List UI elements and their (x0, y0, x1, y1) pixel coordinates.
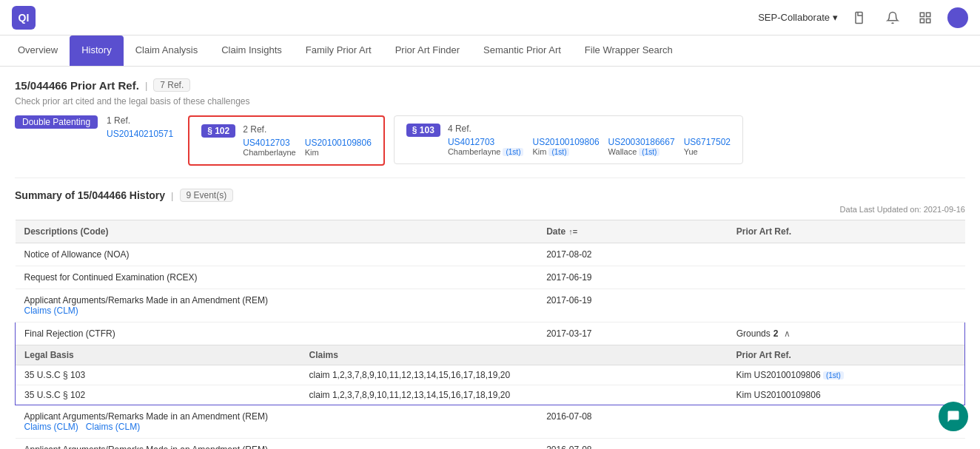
list-item: US20140210571 (107, 129, 173, 139)
fab-button[interactable] (939, 402, 968, 431)
svg-rect-4 (927, 18, 930, 22)
svg-rect-3 (920, 18, 924, 22)
tab-prior-art-finder[interactable]: Prior Art Finder (383, 36, 471, 66)
table-row: Request for Continued Examination (RCEX)… (16, 266, 965, 289)
tab-overview[interactable]: Overview (6, 36, 70, 66)
row-description: Notice of Allowance (NOA) (16, 243, 538, 266)
tab-history[interactable]: History (70, 36, 123, 66)
tab-semantic-prior-art[interactable]: Semantic Prior Art (471, 36, 573, 66)
chevron-down-icon: ▾ (833, 12, 838, 23)
row-description: Applicant Arguments/Remarks Made in an A… (16, 405, 538, 439)
list-item: US6717502 Yue (684, 137, 731, 156)
s103-ref-link-3[interactable]: US20030186667 (608, 137, 675, 147)
avatar[interactable] (947, 7, 968, 28)
grid-icon[interactable] (915, 7, 936, 28)
top-bar-right: SEP-Collaborate ▾ (758, 7, 968, 28)
row-prior-art (728, 439, 965, 450)
list-item: US4012703 Chamberlayne (1st) (448, 137, 524, 156)
s103-ref-info: 4 Ref. US4012703 Chamberlayne (1st) US20… (448, 124, 731, 156)
header-description: Descriptions (Code) (16, 220, 538, 243)
date-sort-btn[interactable]: Date ↑= (546, 226, 577, 237)
inner-claims: claim 1,2,3,7,8,9,10,11,12,13,14,15,16,1… (301, 385, 728, 405)
claims-clm-link-2[interactable]: Claims (CLM) (24, 422, 78, 432)
s103-ref-count: 4 Ref. (448, 124, 731, 134)
dp-ref-info: 1 Ref. US20140210571 (107, 115, 173, 139)
event-count-badge: 9 Event(s) (180, 189, 234, 202)
s102-ref-name-2: Kim (305, 148, 372, 157)
sort-icon: ↑= (568, 227, 577, 236)
account-switcher[interactable]: SEP-Collaborate ▾ (758, 12, 838, 23)
s102-ref-link-2[interactable]: US20100109806 (305, 138, 372, 148)
list-item: US20100109806 Kim (1st) (532, 137, 599, 156)
row-prior-art (728, 405, 965, 439)
s102-ref-links: US4012703 Chamberlayne US20100109806 Kim (243, 138, 372, 157)
ref-card-103: § 103 4 Ref. US4012703 Chamberlayne (1st… (394, 115, 743, 164)
s103-ref-link-4[interactable]: US6717502 (684, 137, 731, 147)
s103-ref-links: US4012703 Chamberlayne (1st) US201001098… (448, 137, 731, 156)
s102-ref-count: 2 Ref. (243, 124, 372, 135)
tab-claim-insights[interactable]: Claim Insights (209, 36, 294, 66)
dp-ref-link-1[interactable]: US20140210571 (107, 129, 173, 139)
header-date: Date ↑= (537, 220, 728, 243)
inner-legal-basis: 35 U.S.C § 103 (16, 365, 301, 385)
account-name: SEP-Collaborate (758, 12, 830, 23)
inner-prior-art: Kim US20100109806 (1st) (727, 365, 964, 385)
s102-ref-name-1: Chamberlayne (243, 148, 296, 157)
s103-ref-name-3: Wallace (1st) (608, 147, 675, 156)
row-description: Final Rejection (CTFR) (16, 323, 538, 345)
s103-badge: § 103 (406, 124, 440, 137)
claims-clm-link-1[interactable]: Claims (CLM) (24, 305, 78, 316)
inner-header-prior-art: Prior Art Ref. (727, 345, 964, 365)
tab-family-prior-art[interactable]: Family Prior Art (294, 36, 383, 66)
s103-ref-link-2[interactable]: US20100109806 (532, 137, 599, 147)
ref-card-double-patenting: Double Patenting 1 Ref. US20140210571 (15, 115, 173, 139)
table-row: Applicant Arguments/Remarks Made in an A… (16, 405, 965, 439)
table-row: Notice of Allowance (NOA) 2017-08-02 (16, 243, 965, 266)
s103-ref-name-1: Chamberlayne (1st) (448, 147, 524, 156)
summary-divider: | (171, 190, 173, 201)
s103-ref-link-1[interactable]: US4012703 (448, 137, 524, 147)
inner-claims: claim 1,2,3,7,8,9,10,11,12,13,14,15,16,1… (301, 365, 728, 385)
s102-ref-link-1[interactable]: US4012703 (243, 138, 296, 148)
ref-card-102: § 102 2 Ref. US4012703 Chamberlayne US20… (188, 115, 385, 166)
dp-ref-count: 1 Ref. (107, 115, 173, 126)
inner-table: Legal Basis Claims Prior Art Ref. 35 U.S… (16, 345, 964, 405)
row-description: Request for Continued Examination (RCEX) (16, 266, 538, 289)
data-updated: Data Last Updated on: 2021-09-16 (15, 205, 965, 214)
document-icon[interactable] (850, 7, 870, 28)
list-item: US20030186667 Wallace (1st) (608, 137, 675, 156)
nav-tabs: Overview History Claim Analysis Claim In… (0, 36, 980, 67)
row-description: Applicant Arguments/Remarks Made in an A… (16, 289, 538, 323)
claims-clm-link-3[interactable]: Claims (CLM) (86, 422, 140, 432)
svg-rect-2 (927, 13, 930, 16)
chevron-up-icon[interactable]: ∧ (784, 328, 791, 339)
s103-ref-name-4: Yue (684, 147, 731, 156)
history-table: Descriptions (Code) Date ↑= Prior Art Re… (15, 220, 965, 449)
inner-header-legal-basis: Legal Basis (16, 345, 301, 365)
header-prior-art: Prior Art Ref. (728, 220, 965, 243)
row-date: 2016-07-08 (537, 405, 728, 439)
summary-section: Summary of 15/044466 History | 9 Event(s… (15, 178, 965, 449)
bell-icon[interactable] (882, 7, 903, 28)
top-bar: QI SEP-Collaborate ▾ (0, 0, 980, 36)
tab-file-wrapper-search[interactable]: File Wrapper Search (573, 36, 685, 66)
summary-title: Summary of 15/044466 History (15, 189, 165, 201)
inner-prior-art: Kim US20100109806 (727, 385, 964, 405)
row-date: 2016-07-08 (537, 439, 728, 450)
main-content: 15/044466 Prior Art Ref. | 7 Ref. Check … (0, 67, 980, 449)
summary-header: Summary of 15/044466 History | 9 Event(s… (15, 189, 965, 202)
row-prior-art (728, 289, 965, 323)
list-item: US20100109806 Kim (305, 138, 372, 157)
svg-rect-0 (856, 12, 862, 23)
row-description: Applicant Arguments/Remarks Made in an A… (16, 439, 538, 450)
prior-art-subtitle: Check prior art cited and the legal basi… (15, 96, 965, 107)
divider: | (145, 80, 147, 91)
tab-claim-analysis[interactable]: Claim Analysis (124, 36, 210, 66)
row-prior-art (728, 266, 965, 289)
table-row: Applicant Arguments/Remarks Made in an A… (16, 439, 965, 450)
list-item: US4012703 Chamberlayne (243, 138, 296, 157)
table-row: Applicant Arguments/Remarks Made in an A… (16, 289, 965, 323)
s103-ref-name-2: Kim (1st) (532, 147, 599, 156)
dp-ref-links: US20140210571 (107, 129, 173, 139)
total-ref-badge: 7 Ref. (153, 78, 190, 92)
